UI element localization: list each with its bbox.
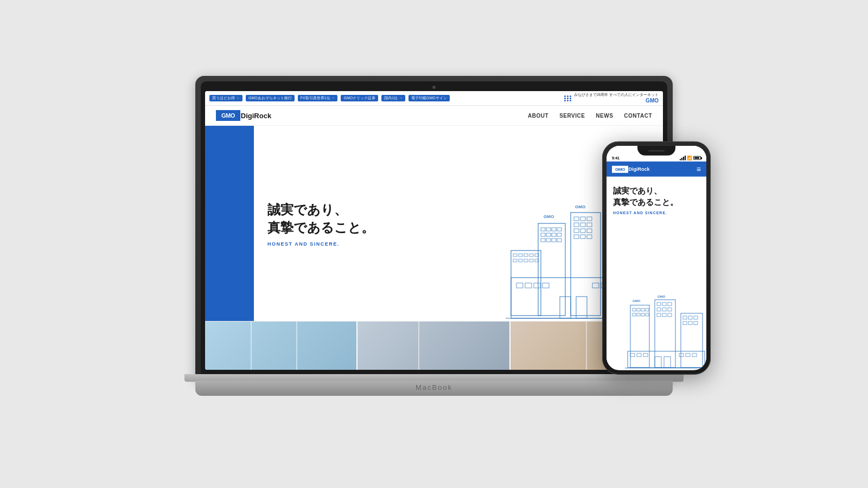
service-tag-5: 国内1位 → (381, 95, 405, 101)
macbook-screen: 買うほどお得 → GMOあおぞらネット銀行 FX取引真世界1位 → GMOクリッ… (205, 91, 663, 370)
phone-logo-digirock: DigiRock (629, 166, 650, 172)
svg-rect-14 (571, 213, 601, 316)
macbook-bezel: 買うほどお得 → GMOあおぞらネット銀行 FX取引真世界1位 → GMOクリッ… (201, 81, 667, 374)
svg-rect-5 (541, 233, 545, 236)
svg-text:GMO: GMO (658, 295, 666, 298)
phone-speaker (648, 150, 665, 151)
svg-rect-11 (552, 239, 556, 242)
gmo-tagline: みなびさまで26周年 すべての人にインターネット (574, 93, 659, 97)
phone-time: 9:41 (612, 156, 620, 160)
svg-rect-98 (637, 354, 641, 357)
svg-rect-97 (630, 354, 635, 357)
svg-rect-100 (679, 354, 684, 357)
svg-rect-89 (688, 316, 692, 319)
service-tag-1: 買うほどお得 → (209, 95, 242, 101)
svg-rect-81 (657, 308, 661, 311)
svg-rect-6 (546, 233, 551, 236)
phone-hero-jp: 誠実であり、 真摯であること。 (613, 185, 700, 208)
svg-rect-9 (541, 239, 545, 242)
svg-rect-68 (633, 309, 636, 311)
svg-rect-73 (637, 313, 640, 316)
phone-notch (637, 146, 675, 156)
svg-rect-32 (529, 254, 533, 256)
service-tag-4: GMOクリック証券 (341, 95, 378, 101)
svg-rect-96 (664, 357, 671, 368)
svg-rect-80 (668, 303, 672, 306)
scene: 買うほどお得 → GMOあおぞらネット銀行 FX取引真世界1位 → GMOクリッ… (136, 22, 732, 466)
laptop-hero: 誠実であり、 真摯であること。 HONEST AND SINCERE. (205, 126, 663, 321)
svg-rect-1 (541, 228, 545, 231)
laptop-logo: GMO DigiRock (216, 110, 271, 121)
service-tag-2: GMOあおぞらネット銀行 (246, 95, 295, 101)
wifi-icon: 📶 (687, 156, 692, 160)
svg-rect-30 (519, 254, 522, 256)
nav-news[interactable]: NEWS (596, 113, 613, 119)
macbook-lid: 買うほどお得 → GMOあおぞらネット銀行 FX取引真世界1位 → GMOクリッ… (195, 76, 673, 380)
phone-body: 9:41 📶 (602, 142, 711, 375)
svg-rect-0 (538, 223, 565, 316)
phone-hero: 誠実であり、 真摯であること。 HONEST AND SINCERE. GMO (607, 177, 706, 370)
svg-rect-16 (574, 217, 579, 221)
svg-rect-31 (524, 254, 528, 256)
laptop-logo-digirock: DigiRock (241, 112, 271, 120)
nav-about[interactable]: ABOUT (528, 113, 548, 119)
svg-rect-25 (574, 235, 579, 239)
svg-rect-99 (643, 354, 648, 357)
svg-text:GMO: GMO (544, 214, 554, 219)
laptop-photos-row (205, 321, 663, 370)
laptop-content: 買うほどお得 → GMOあおぞらネット銀行 FX取引真世界1位 → GMOクリッ… (205, 91, 663, 370)
svg-rect-82 (662, 308, 666, 311)
gmo-group-info: みなびさまで26周年 すべての人にインターネット GMO (564, 93, 659, 104)
svg-rect-76 (655, 300, 675, 368)
svg-rect-78 (657, 303, 661, 306)
macbook-brand-label: MacBook (416, 383, 452, 391)
svg-rect-36 (524, 259, 528, 262)
svg-rect-10 (546, 239, 551, 242)
svg-rect-69 (637, 309, 640, 311)
svg-rect-34 (513, 259, 517, 262)
laptop-logo-gmo: GMO (216, 110, 240, 121)
svg-text:GMO: GMO (633, 299, 641, 303)
macbook-camera (432, 86, 436, 89)
svg-rect-18 (587, 217, 592, 221)
smartphone-device: 9:41 📶 (602, 142, 711, 375)
svg-rect-22 (574, 229, 579, 233)
svg-rect-44 (534, 283, 540, 288)
svg-rect-29 (513, 254, 517, 256)
svg-rect-27 (587, 235, 592, 239)
phone-hero-en: HONEST AND SINCERE. (613, 211, 700, 215)
svg-rect-4 (557, 228, 561, 231)
nav-service[interactable]: SERVICE (559, 113, 585, 119)
svg-rect-70 (641, 309, 644, 311)
phone-navbar: GMO DigiRock ≡ (607, 162, 706, 177)
svg-rect-71 (646, 309, 649, 311)
phone-status-icons: 📶 (680, 156, 701, 160)
svg-rect-17 (580, 217, 585, 221)
photo-2 (358, 322, 510, 370)
svg-rect-35 (519, 259, 522, 262)
service-tag-3: FX取引真世界1位 → (298, 95, 338, 101)
svg-rect-26 (580, 235, 585, 239)
svg-rect-102 (692, 354, 697, 357)
phone-hamburger-icon[interactable]: ≡ (697, 165, 701, 174)
svg-rect-95 (655, 357, 661, 368)
svg-rect-20 (580, 223, 585, 227)
laptop-navbar: GMO DigiRock ABOUT SERVICE NEWS CONTACT (205, 106, 663, 126)
battery-icon (693, 156, 701, 160)
svg-rect-24 (587, 229, 592, 233)
svg-rect-79 (662, 303, 666, 306)
svg-text:GMO: GMO (575, 204, 585, 209)
macbook-device: 買うほどお得 → GMOあおぞらネット銀行 FX取引真世界1位 → GMOクリッ… (195, 76, 673, 412)
nav-contact[interactable]: CONTACT (624, 113, 652, 119)
svg-rect-91 (683, 322, 687, 325)
svg-rect-85 (662, 313, 666, 317)
svg-rect-43 (525, 283, 532, 288)
svg-rect-46 (592, 283, 599, 288)
hero-blue-accent (205, 126, 254, 321)
svg-rect-84 (657, 313, 661, 317)
phone-building-illustration: GMO GMO (625, 294, 706, 370)
svg-rect-93 (694, 322, 698, 325)
svg-rect-3 (552, 228, 556, 231)
svg-rect-86 (668, 313, 672, 317)
svg-rect-8 (557, 233, 561, 236)
